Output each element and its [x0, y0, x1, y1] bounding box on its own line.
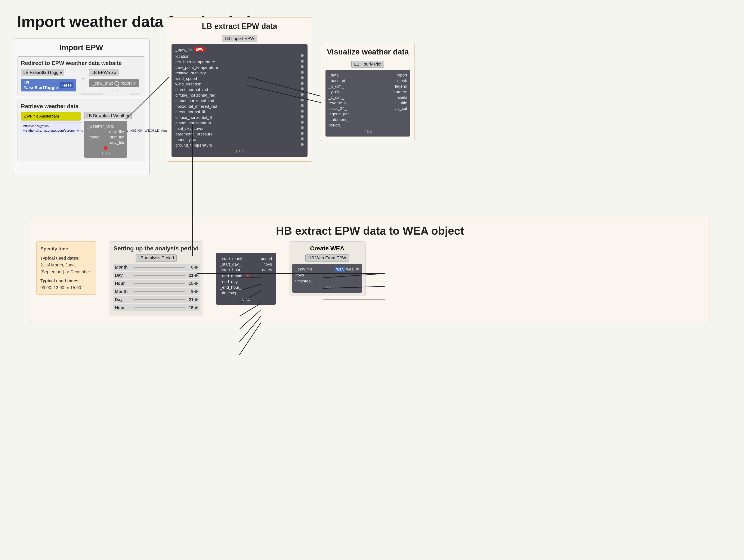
- hourly-row: legend_par_: [329, 111, 407, 117]
- ap-input: _start_day_: [220, 262, 241, 267]
- hourly-row: _base_pt_mesh: [329, 78, 407, 84]
- slider-track[interactable]: [134, 267, 185, 268]
- info-box-title: Specify time: [40, 245, 92, 252]
- visualize-panel: Visualize weather data LB Hourly Plot _d…: [321, 43, 415, 141]
- slider-track[interactable]: [134, 308, 185, 308]
- epwmap-port-out: report: [120, 81, 132, 86]
- epw-file-input: _epw_file: [175, 47, 192, 52]
- diamond-icon: [194, 298, 198, 302]
- hourly-row: _x_dim_legend: [329, 84, 407, 89]
- epw-output-name: location: [175, 54, 189, 59]
- epw-output-name: wind_speed: [175, 76, 197, 81]
- search-icon: [114, 81, 119, 86]
- epw-data-node: _epw_file EPW locationdry_bulb_temperatu…: [172, 44, 307, 157]
- slider-value: 6: [187, 265, 193, 270]
- epw-output-row: direct_normal_rad: [175, 87, 304, 92]
- svg-line-12: [239, 323, 261, 355]
- epw-output-row: total_sky_cover: [175, 126, 304, 131]
- output-dot-icon: [301, 121, 304, 124]
- output-dot-icon: [301, 132, 304, 135]
- slider-row[interactable]: Month 9: [113, 288, 199, 295]
- port-weather-url: _weather_URL: [87, 124, 114, 129]
- epwmap-version: 1.8.0: [89, 89, 142, 93]
- epw-output-row: location: [175, 54, 304, 59]
- epw-output-row: global_horizontal_ill: [175, 120, 304, 126]
- hourly-input: reverse_y_: [329, 101, 348, 105]
- epwmap-port-in: _epw_map: [92, 81, 113, 86]
- slider-value: 15: [187, 305, 193, 310]
- epw-output-row: model_year: [175, 137, 304, 143]
- output-dot-icon: [301, 76, 304, 79]
- slider-row[interactable]: Day 21: [113, 272, 199, 279]
- wea-port-row: _epw_fileWEA wea: [295, 266, 359, 272]
- slider-label: Day: [115, 273, 132, 278]
- redirect-section: Redirect to EPW weather data website LB …: [17, 56, 145, 96]
- diamond-icon: [194, 306, 198, 310]
- slider-value: 9: [187, 289, 193, 294]
- slider-row[interactable]: Hour 15: [113, 304, 199, 311]
- output-dot-icon: [301, 104, 304, 107]
- hourly-output: mesh: [397, 78, 407, 83]
- output-dot: [356, 268, 359, 271]
- sliders-container: Month 6 Day 21 Hour 15 Month 9 Day 21 Ho…: [113, 264, 199, 311]
- output-dot-icon: [301, 98, 304, 102]
- lb-import-epw-label: LB Import EPW: [222, 35, 257, 42]
- lb-extract-title: LB extract EPW data: [172, 22, 307, 31]
- epw-output-name: global_horizontal_ill: [175, 121, 211, 125]
- output-dot-icon: [301, 115, 304, 118]
- false-badge: False: [60, 82, 74, 88]
- hb-wea-label: HB Wea From EPW: [305, 254, 349, 262]
- analysis-period-version: 1.7.1: [220, 297, 272, 302]
- output-dot-icon: [301, 110, 304, 113]
- diamond-icon: [194, 282, 198, 285]
- analysis-period-node: _start_month_period_start_day_hoys_start…: [216, 253, 276, 305]
- output-dot-icon: [301, 87, 304, 90]
- info-typical-times: 09:00, 12:00 or 15:00: [40, 284, 92, 291]
- epw-output-name: diffuse_horizontal_ill: [175, 115, 212, 120]
- epw-output-row: horizontal_infrared_rad: [175, 104, 304, 109]
- epw-output-row: wind_direction: [175, 81, 304, 87]
- epwmap-node: _epw_map report: [89, 79, 139, 87]
- slider-row[interactable]: Month 6: [113, 264, 199, 271]
- hb-extract-title: HB extract EPW data to WEA object: [36, 224, 704, 237]
- wea-input: _epw_file: [295, 267, 312, 272]
- output-dot-icon: [301, 71, 304, 74]
- slider-track[interactable]: [134, 299, 185, 300]
- analysis-title: Setting up the analysis period: [113, 245, 199, 252]
- hourly-input: _z_dim_: [329, 95, 344, 100]
- info-box: Specify time Typical used dates: 21 of M…: [36, 241, 96, 295]
- ap-output: period: [261, 256, 272, 261]
- analysis-period-block: Setting up the analysis period LB Analys…: [109, 241, 203, 316]
- epw-output-name: horizontal_infrared_rad: [175, 104, 217, 109]
- epw-output-name: direct_normal_rad: [175, 87, 208, 92]
- hourly-output: vis_set: [395, 106, 407, 111]
- info-typical-dates-label: Typical used dates:: [40, 255, 92, 262]
- slider-track[interactable]: [134, 275, 185, 276]
- slider-row[interactable]: Day 21: [113, 296, 199, 303]
- slider-row[interactable]: Hour 15: [113, 280, 199, 287]
- output-dot-icon: [301, 93, 304, 96]
- wea-port-row: hoys_: [295, 272, 359, 278]
- false-toggle-node[interactable]: LB FalseStartToggle False: [21, 79, 76, 91]
- epw-data-version: 1.8.0: [175, 150, 304, 154]
- slider-track[interactable]: [134, 291, 185, 292]
- ap-input: _timestep_: [220, 290, 240, 295]
- redirect-title: Redirect to EPW weather data website: [21, 60, 142, 67]
- import-epw-panel: Import EPW Redirect to EPW weather data …: [13, 38, 150, 175]
- weather-url-row: _weather_URL: [87, 124, 124, 129]
- output-dot-icon: [301, 143, 304, 146]
- port-stat: stat_file: [110, 135, 124, 139]
- output-dot-icon: [301, 126, 304, 129]
- ap-input: _start_month_: [220, 256, 246, 261]
- output-dot-icon: [301, 82, 304, 85]
- port-epw: epw_file: [109, 129, 124, 134]
- ap-output: hoys: [263, 262, 272, 267]
- slider-track[interactable]: [134, 283, 185, 284]
- wea-node: _epw_fileWEA wea hoys_timestep_ 1.8.0: [292, 264, 362, 293]
- false-toggle-text: LB FalseStartToggle: [24, 80, 58, 90]
- slider-label: Day: [115, 297, 132, 302]
- ap-input: _end_day_: [220, 279, 240, 284]
- hourly-row: period_: [329, 122, 407, 128]
- hourly-row: statement_: [329, 117, 407, 122]
- hourly-row: _y_dim_borders: [329, 89, 407, 95]
